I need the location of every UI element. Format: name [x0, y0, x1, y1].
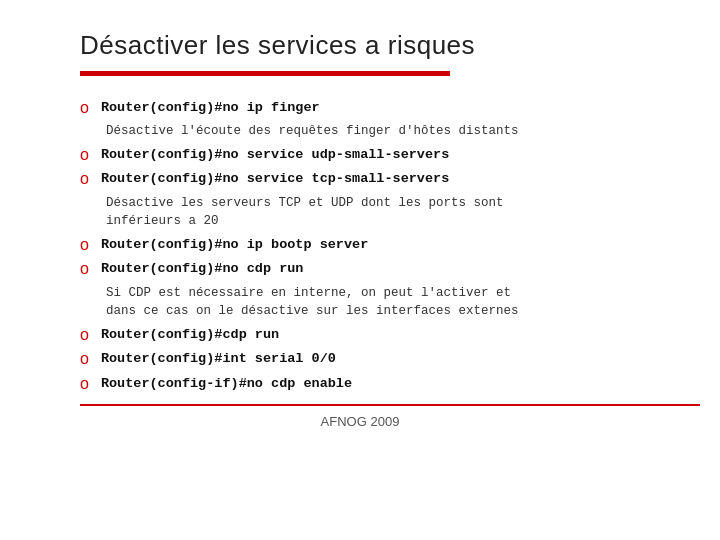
code-line: Router(config)#no ip finger [101, 98, 320, 118]
list-item: o Router(config)#int serial 0/0 [80, 349, 670, 369]
bullet-icon: o [80, 170, 89, 188]
desc-text: Si CDP est nécessaire en interne, on peu… [106, 284, 670, 322]
footer-text: AFNOG 2009 [50, 414, 670, 429]
list-item: o Router(config)#cdp run [80, 325, 670, 345]
slide-title: Désactiver les services a risques [80, 30, 670, 61]
list-item: o Router(config)#no service udp-small-se… [80, 145, 670, 165]
code-line: Router(config)#no service udp-small-serv… [101, 145, 449, 165]
bottom-divider [80, 404, 700, 406]
list-item: o Router(config)#no ip bootp server [80, 235, 670, 255]
code-line: Router(config)#no service tcp-small-serv… [101, 169, 449, 189]
bullet-icon: o [80, 326, 89, 344]
code-line: Router(config)#no ip bootp server [101, 235, 368, 255]
list-item: o Router(config-if)#no cdp enable [80, 374, 670, 394]
bullet-icon: o [80, 350, 89, 368]
bullet-icon: o [80, 236, 89, 254]
list-item: o Router(config)#no service tcp-small-se… [80, 169, 670, 189]
code-line: Router(config)#int serial 0/0 [101, 349, 336, 369]
bullet-icon: o [80, 375, 89, 393]
list-item: o Router(config)#no cdp run [80, 259, 670, 279]
desc-text: Désactive l'écoute des requêtes finger d… [106, 122, 670, 141]
list-item: o Router(config)#no ip finger [80, 98, 670, 118]
code-line: Router(config)#no cdp run [101, 259, 304, 279]
bullet-icon: o [80, 99, 89, 117]
code-line: Router(config-if)#no cdp enable [101, 374, 352, 394]
desc-text: Désactive les serveurs TCP et UDP dont l… [106, 194, 670, 232]
bullet-icon: o [80, 260, 89, 278]
code-line: Router(config)#cdp run [101, 325, 279, 345]
slide: Désactiver les services a risques o Rout… [0, 0, 720, 540]
red-bar [80, 71, 450, 76]
bullet-icon: o [80, 146, 89, 164]
content-area: o Router(config)#no ip finger Désactive … [80, 98, 670, 394]
